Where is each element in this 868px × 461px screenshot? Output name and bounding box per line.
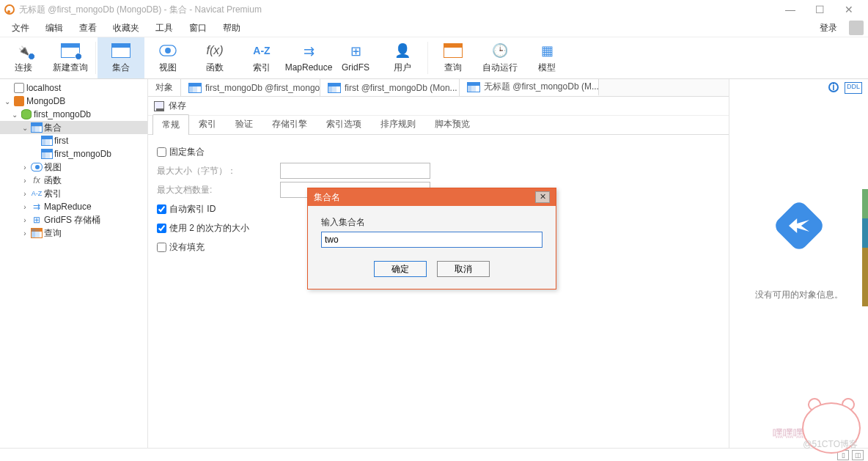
menu-view[interactable]: 查看 [72,20,104,37]
info-icon[interactable]: i [828,82,839,92]
tree-collection-first[interactable]: first [0,134,147,147]
avatar-icon[interactable] [849,21,864,35]
fixed-collection-checkbox[interactable]: 固定集合 [157,146,205,158]
subtab-collation[interactable]: 排序规则 [371,114,425,134]
tree-folder-views[interactable]: ›视图 [0,161,147,174]
no-padding-checkbox[interactable]: 没有填充 [157,241,205,254]
save-button[interactable]: 保存 [169,100,186,112]
tree-collection-first_mongodb[interactable]: first_mongoDb [0,147,147,161]
tab-objects[interactable]: 对象 [148,79,181,96]
tab-untitled[interactable]: 无标题 @first_mongoDb (M... [460,79,599,96]
menu-file[interactable]: 文件 [4,20,37,37]
toolbar-query[interactable]: 查询 [430,37,477,78]
toolbar-model[interactable]: ▦模型 [523,37,570,78]
tree-folder-indexes[interactable]: ›A-Z索引 [0,187,147,200]
menu-window[interactable]: 窗口 [182,20,214,37]
toolbar-function[interactable]: f(x)函数 [191,37,238,78]
tree-folder-gridfs[interactable]: ›⊞GridFS 存储桶 [0,213,147,226]
tab-designer-1[interactable]: first_mongoDb @first_mongo... [181,79,320,96]
subtab-index[interactable]: 索引 [189,114,226,134]
main-toolbar: 🔌连接 新建查询 集合 视图 f(x)函数 A-Z索引 ⇉MapReduce ⊞… [0,37,868,79]
tree-folder-queries[interactable]: ›查询 [0,226,147,240]
document-tabs: 对象 first_mongoDb @first_mongo... first @… [148,79,729,97]
tab-designer-2[interactable]: first @first_mongoDb (Mon... [320,79,460,96]
toolbar-connection[interactable]: 🔌连接 [0,37,47,78]
ddl-button[interactable]: DDL [845,82,862,94]
minimap-icon [862,189,868,306]
power2-checkbox[interactable]: 使用 2 的次方的大小 [157,222,249,235]
save-icon [154,101,164,111]
toolbar-user[interactable]: 👤用户 [379,37,426,78]
no-object-info-text: 没有可用的对象信息。 [755,289,843,301]
window-titlebar: 无标题 @first_mongoDb (MongoDB) - 集合 - Navi… [0,0,868,19]
navicat-logo-icon [772,199,826,253]
watermark-text: @51CTO博客 [803,438,858,451]
tree-folder-mapreduce[interactable]: ›⇉MapReduce [0,200,147,213]
connection-tree[interactable]: localhost ⌄MongoDB ⌄first_mongoDb ⌄集合 fi… [0,79,148,448]
subtab-storage[interactable]: 存储引擎 [262,114,317,134]
designer-tabs: 常规 索引 验证 存储引擎 索引选项 排序规则 脚本预览 [148,116,729,135]
toolbar-autorun[interactable]: 🕒自动运行 [477,37,523,78]
tree-mongodb-conn[interactable]: ⌄MongoDB [0,95,147,108]
subtab-script[interactable]: 脚本预览 [425,114,479,134]
minimize-button[interactable]: — [776,4,805,15]
status-bar: ▯ ◫ [0,448,868,461]
menu-tools[interactable]: 工具 [148,20,180,37]
max-size-input[interactable] [280,163,430,179]
dialog-titlebar[interactable]: 集合名 ✕ [308,188,556,206]
toolbar-view[interactable]: 视图 [144,37,191,78]
menu-edit[interactable]: 编辑 [38,20,70,37]
dialog-close-icon[interactable]: ✕ [535,191,550,203]
tree-db-first_mongodb[interactable]: ⌄first_mongoDb [0,108,147,121]
app-icon [4,4,15,15]
close-button[interactable]: ✕ [834,4,864,15]
dialog-input-label: 输入集合名 [321,216,542,229]
collection-name-input[interactable] [321,232,542,248]
login-link[interactable]: 登录 [812,20,845,37]
toolbar-new-query[interactable]: 新建查询 [47,37,94,78]
subtab-validation[interactable]: 验证 [226,114,262,134]
menu-bar: 文件 编辑 查看 收藏夹 工具 窗口 帮助 登录 [0,19,868,37]
toolbar-collection[interactable]: 集合 [98,37,144,78]
tree-folder-collections[interactable]: ⌄集合 [0,121,147,134]
auto-index-checkbox[interactable]: 自动索引 ID [157,203,216,215]
ok-button[interactable]: 确定 [374,261,427,277]
toolbar-gridfs[interactable]: ⊞GridFS [332,37,379,78]
dialog-title: 集合名 [314,191,340,204]
collection-name-dialog: 集合名 ✕ 输入集合名 确定 取消 [307,188,556,289]
subtab-index-opts[interactable]: 索引选项 [317,114,371,134]
toolbar-mapreduce[interactable]: ⇉MapReduce [285,37,332,78]
window-title: 无标题 @first_mongoDb (MongoDB) - 集合 - Navi… [19,4,262,16]
cancel-button[interactable]: 取消 [437,261,490,277]
menu-help[interactable]: 帮助 [216,20,248,37]
toolbar-index[interactable]: A-Z索引 [238,37,285,78]
max-docs-label: 最大文档数量: [157,184,274,196]
tree-localhost[interactable]: localhost [0,81,147,95]
menu-favorites[interactable]: 收藏夹 [106,20,147,37]
max-size-label: 最大大小（字节）： [157,165,274,177]
subtab-general[interactable]: 常规 [152,114,189,135]
tree-folder-functions[interactable]: ›fx函数 [0,174,147,187]
maximize-button[interactable]: ☐ [805,4,834,15]
